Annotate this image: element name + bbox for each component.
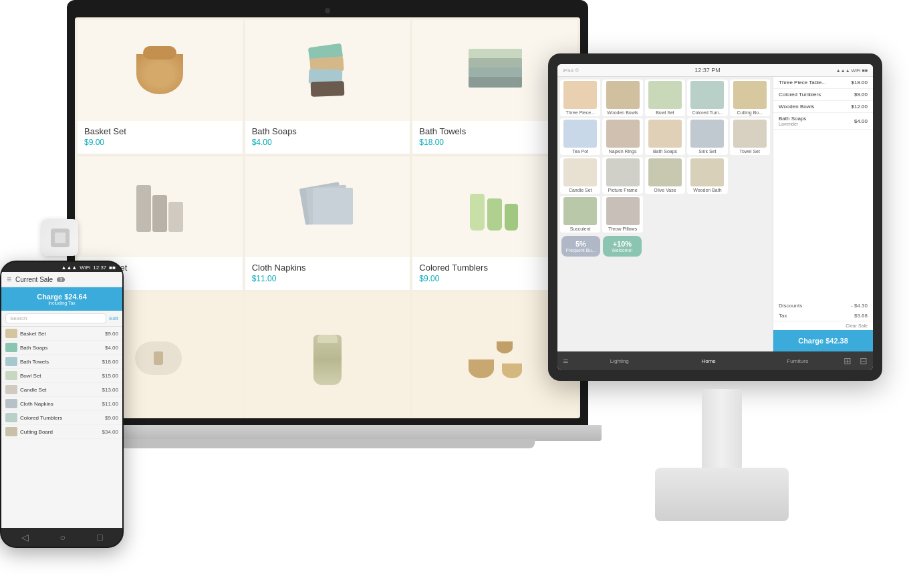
- phone-cart-row-5[interactable]: Cloth Napkins $11.00: [1, 397, 122, 411]
- product-info-basket: Basket Set $9.00: [78, 121, 243, 154]
- pos-time: 12:37 PM: [694, 67, 721, 74]
- phone-edit-link[interactable]: Edit: [109, 315, 118, 321]
- phone-signal: ▲▲▲: [61, 265, 78, 271]
- pos-product-label-13: Wooden Bath: [693, 188, 721, 192]
- phone-cart-name-0: Basket Set: [20, 331, 102, 337]
- card-reader-inner: [55, 233, 66, 243]
- phone-bezel: ▲▲▲ WiFi 12:37 ■■ ≡ Current Sale 3 Charg…: [0, 261, 124, 548]
- product-cell-vase[interactable]: [245, 293, 410, 418]
- pos-product-label-12: Olive Vase: [654, 188, 676, 192]
- product-cell-basket[interactable]: Basket Set $9.00: [78, 20, 243, 154]
- pos-product-0[interactable]: Three Piece...: [560, 80, 600, 116]
- pos-menu-icon[interactable]: ≡: [563, 355, 568, 366]
- phone-search-input[interactable]: Search: [5, 313, 106, 323]
- pos-cart-name-3: Bath Soaps: [779, 116, 806, 122]
- pos-product-12[interactable]: Olive Vase: [645, 157, 685, 194]
- phone-charge-button[interactable]: Charge $24.64 Including Tax: [1, 287, 122, 311]
- pos-charge-button[interactable]: Charge $42.38: [773, 330, 873, 351]
- card-reader-slot: [51, 229, 70, 247]
- phone-time: 12:37: [93, 265, 106, 271]
- phone-cart-row-0[interactable]: Basket Set $9.00: [1, 327, 122, 341]
- pos-tablet-label: iPad ©: [563, 67, 579, 74]
- pos-cart-item-2: Wooden Bowls $12.00: [773, 101, 873, 113]
- pos-product-label-8: Sink Set: [698, 149, 716, 154]
- pos-product-1[interactable]: Wooden Bowls: [602, 80, 642, 116]
- pos-nav-furniture[interactable]: Furniture: [755, 356, 841, 366]
- pos-product-label-9: Towel Set: [740, 149, 760, 154]
- product-image-candles: [78, 156, 243, 257]
- product-image-napkins: [245, 156, 410, 257]
- pos-nav-lighting[interactable]: Lighting: [576, 356, 662, 366]
- phone-cart-row-2[interactable]: Bath Towels $18.00: [1, 355, 122, 369]
- laptop-camera: [325, 8, 330, 13]
- phone-cart-price-2: $18.00: [102, 359, 118, 365]
- phone-cart-icon-7: [5, 427, 17, 436]
- pos-discount-btn-1[interactable]: +10% Welcome!: [603, 236, 642, 257]
- phone-menu-icon[interactable]: ≡: [7, 275, 11, 284]
- phone-cart-row-4[interactable]: Candle Set $13.00: [1, 383, 122, 397]
- pos-tablet-screen: iPad © 12:37 PM ▲▲▲ WiFi ■■ Three Piece.…: [557, 64, 873, 370]
- pos-product-15[interactable]: Succulent: [560, 196, 600, 233]
- pos-grid-icon[interactable]: ⊞: [843, 355, 852, 366]
- phone-cart-row-3[interactable]: Bowl Set $15.00: [1, 369, 122, 383]
- pos-product-16[interactable]: Throw Pillows: [602, 196, 642, 233]
- pos-product-10[interactable]: Candle Set: [560, 157, 600, 194]
- pos-product-6[interactable]: Napkin Rings: [602, 118, 642, 155]
- pos-product-label-1: Wooden Bowls: [607, 110, 638, 115]
- pos-cart-item-3: Bath Soaps Lavender $4.00: [773, 113, 873, 130]
- pos-product-7[interactable]: Bath Soaps: [645, 118, 685, 155]
- phone-cart-name-2: Bath Towels: [20, 359, 100, 365]
- phone-cart-price-3: $15.00: [102, 373, 118, 379]
- phone-home-button[interactable]: ○: [60, 532, 66, 543]
- phone-cart-name-3: Bowl Set: [20, 373, 100, 379]
- pos-product-3[interactable]: Colored Tum...: [687, 80, 727, 116]
- product-cell-napkins[interactable]: Cloth Napkins $11.00: [245, 156, 410, 290]
- phone-cart-price-6: $9.00: [105, 415, 118, 421]
- pos-discount-pct-1: +10%: [613, 240, 632, 248]
- phone-recents-button[interactable]: □: [97, 532, 102, 543]
- phone-cart-row-1[interactable]: Bath Soaps $4.00: [1, 341, 122, 355]
- pos-product-2[interactable]: Bowl Set: [645, 80, 685, 116]
- pos-product-5[interactable]: Tea Pot: [560, 118, 600, 155]
- pos-product-label-3: Colored Tum...: [692, 110, 723, 115]
- phone-cart-name-4: Candle Set: [20, 387, 100, 393]
- pos-product-9[interactable]: Towel Set: [730, 118, 770, 155]
- phone-inner: ▲▲▲ WiFi 12:37 ■■ ≡ Current Sale 3 Charg…: [1, 262, 122, 547]
- phone-wifi: WiFi: [80, 265, 90, 271]
- pos-discount-btn-0[interactable]: 5% Frequent Bu...: [561, 236, 600, 257]
- pos-tax-label: Tax: [779, 313, 787, 319]
- pos-table-icon[interactable]: ⊟: [860, 355, 868, 366]
- pos-product-label-2: Bowl Set: [656, 110, 674, 115]
- pos-discount-area: 5% Frequent Bu... +10% Welcome!: [560, 235, 643, 258]
- pos-product-label-4: Cutting Bo...: [737, 110, 763, 115]
- phone-cart-list: Basket Set $9.00 Bath Soaps $4.00 Bath T…: [1, 327, 122, 528]
- pos-terminal: iPad © 12:37 PM ▲▲▲ WiFi ■■ Three Piece.…: [548, 53, 896, 521]
- pos-product-label-14: Succulent: [570, 227, 591, 231]
- phone-search-placeholder: Search: [10, 315, 27, 321]
- pos-tax-value: $3.68: [854, 313, 868, 319]
- product-price-napkins: $11.00: [252, 274, 404, 283]
- pos-bottom-nav: ≡ Lighting Home Furniture ⊞ ⊟: [557, 351, 873, 370]
- product-cell-soaps[interactable]: Bath Soaps $4.00: [245, 20, 410, 154]
- laptop-screen: Basket Set $9.00 Bath Soaps: [75, 17, 580, 418]
- phone-title: Current Sale: [15, 276, 53, 283]
- pos-product-label-0: Three Piece...: [565, 110, 595, 115]
- pos-product-8[interactable]: Sink Set: [687, 118, 727, 155]
- phone-cart-icon-3: [5, 371, 17, 380]
- laptop: Basket Set $9.00 Bath Soaps: [53, 0, 602, 521]
- product-image-basket: [78, 20, 243, 121]
- pos-cart-sub-3: Lavender: [779, 122, 806, 126]
- pos-cart-name-0: Three Piece Table...: [779, 80, 826, 86]
- phone-back-button[interactable]: ◁: [21, 532, 29, 543]
- phone-cart-row-6[interactable]: Colored Tumblers $9.00: [1, 411, 122, 425]
- pos-product-11[interactable]: Picture Frame: [602, 157, 642, 194]
- pos-product-label-15: Throw Pillows: [608, 227, 637, 231]
- pos-discounts-row: Discounts - $4.30: [773, 301, 873, 311]
- pos-product-4[interactable]: Cutting Bo...: [730, 80, 770, 116]
- phone-cart-row-7[interactable]: Cutting Board $34.00: [1, 425, 122, 439]
- pos-clear-sale[interactable]: Clear Sale: [773, 321, 873, 330]
- pos-right-panel: Three Piece Table... $18.00 Colored Tumb…: [773, 77, 873, 351]
- pos-nav-home[interactable]: Home: [665, 356, 751, 366]
- pos-product-13[interactable]: Wooden Bath: [687, 157, 727, 194]
- pos-product-label-11: Picture Frame: [608, 188, 638, 192]
